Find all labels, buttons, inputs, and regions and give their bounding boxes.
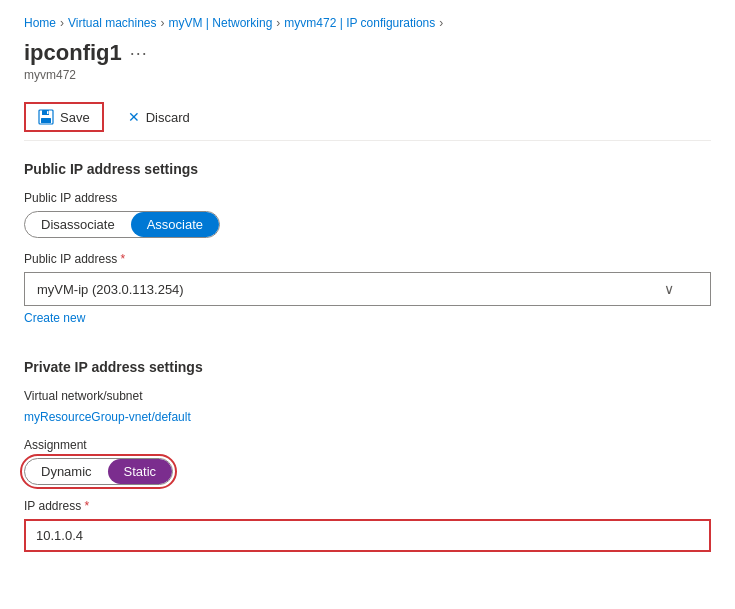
create-new-link[interactable]: Create new bbox=[24, 311, 85, 325]
breadcrumb-sep-4: › bbox=[439, 16, 443, 30]
svg-rect-3 bbox=[47, 111, 49, 114]
discard-button[interactable]: ✕ Discard bbox=[120, 104, 198, 130]
public-ip-field-label: Public IP address bbox=[24, 191, 711, 205]
breadcrumb: Home › Virtual machines › myVM | Network… bbox=[24, 16, 711, 30]
breadcrumb-networking[interactable]: myVM | Networking bbox=[169, 16, 273, 30]
associate-button[interactable]: Associate bbox=[131, 212, 219, 237]
private-ip-section: Private IP address settings Virtual netw… bbox=[24, 359, 711, 552]
vnet-link[interactable]: myResourceGroup-vnet/default bbox=[24, 410, 191, 424]
more-options-icon[interactable]: ··· bbox=[130, 43, 148, 64]
discard-icon: ✕ bbox=[128, 109, 140, 125]
public-ip-section-title: Public IP address settings bbox=[24, 161, 711, 177]
public-ip-section: Public IP address settings Public IP add… bbox=[24, 161, 711, 343]
public-ip-dropdown-label: Public IP address bbox=[24, 252, 711, 266]
ip-address-input[interactable] bbox=[26, 521, 709, 550]
disassociate-button[interactable]: Disassociate bbox=[25, 212, 131, 237]
page-subtitle: myvm472 bbox=[24, 68, 711, 82]
assignment-toggle-group: Dynamic Static bbox=[24, 458, 173, 485]
breadcrumb-ip-configurations[interactable]: myvm472 | IP configurations bbox=[284, 16, 435, 30]
breadcrumb-home[interactable]: Home bbox=[24, 16, 56, 30]
page-title: ipconfig1 bbox=[24, 40, 122, 66]
svg-rect-2 bbox=[41, 118, 51, 123]
ip-address-label: IP address bbox=[24, 499, 711, 513]
assignment-label: Assignment bbox=[24, 438, 711, 452]
toolbar: Save ✕ Discard bbox=[24, 94, 711, 141]
save-button[interactable]: Save bbox=[24, 102, 104, 132]
public-ip-toggle-group: Disassociate Associate bbox=[24, 211, 220, 238]
discard-label: Discard bbox=[146, 110, 190, 125]
breadcrumb-sep-2: › bbox=[161, 16, 165, 30]
breadcrumb-virtual-machines[interactable]: Virtual machines bbox=[68, 16, 157, 30]
save-icon bbox=[38, 109, 54, 125]
save-label: Save bbox=[60, 110, 90, 125]
ip-address-input-wrapper bbox=[24, 519, 711, 552]
chevron-down-icon: ∨ bbox=[664, 281, 674, 297]
static-button[interactable]: Static bbox=[108, 459, 173, 484]
private-ip-section-title: Private IP address settings bbox=[24, 359, 711, 375]
public-ip-dropdown-wrapper: myVM-ip (203.0.113.254) ∨ bbox=[24, 272, 711, 306]
dynamic-button[interactable]: Dynamic bbox=[25, 459, 108, 484]
breadcrumb-sep-3: › bbox=[276, 16, 280, 30]
public-ip-dropdown[interactable]: myVM-ip (203.0.113.254) ∨ bbox=[24, 272, 711, 306]
vnet-label: Virtual network/subnet bbox=[24, 389, 711, 403]
public-ip-dropdown-value: myVM-ip (203.0.113.254) bbox=[37, 282, 184, 297]
breadcrumb-sep-1: › bbox=[60, 16, 64, 30]
